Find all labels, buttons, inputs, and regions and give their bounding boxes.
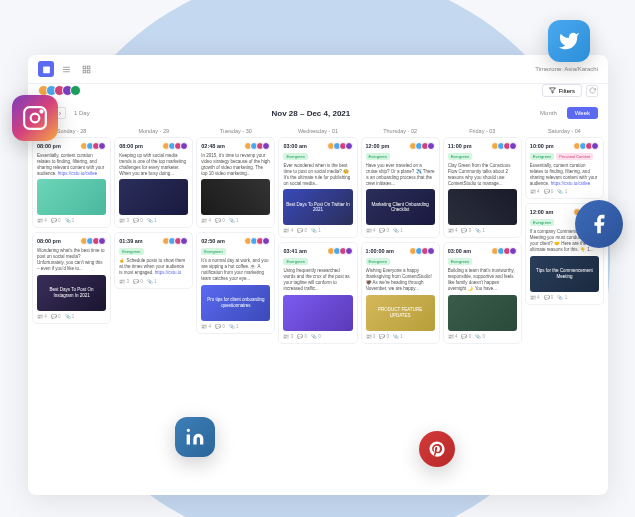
card-image: Marketing Client Onboarding Checklist (366, 189, 435, 225)
day-header: Monday - 29 (114, 125, 193, 137)
post-card[interactable]: 08:00 pmWondering what's the best time t… (32, 232, 111, 323)
day-header: Wednesday - 01 (278, 125, 357, 137)
card-text: Using frequently researched words and th… (283, 268, 352, 291)
card-avatars (327, 247, 353, 255)
footer-stat: 💬 0 (544, 189, 554, 194)
card-image: PRODUCT FEATURE UPDATES (366, 295, 435, 331)
card-time: 03:00 am (283, 143, 307, 149)
card-time: 01:39 am (119, 238, 143, 244)
footer-stat: 💬 0 (544, 295, 554, 300)
post-card[interactable]: 08:00 pmKeeping up with social media tre… (114, 137, 193, 228)
month-toggle[interactable]: Month (532, 107, 565, 119)
avatar[interactable] (70, 85, 81, 96)
card-time: 12:00 pm (366, 143, 390, 149)
card-text: Essentially, content curation relates to… (37, 153, 106, 176)
card-footer: 📰 4💬 0📎 1 (37, 314, 106, 319)
list-view-button[interactable] (58, 61, 74, 77)
footer-stat: 📎 1 (393, 228, 403, 233)
view-switcher (38, 61, 94, 77)
post-card[interactable]: 03:00 amEvergreenEver wondered when is t… (278, 137, 357, 238)
footer-stat: 💬 0 (461, 334, 471, 339)
footer-stat: 📎 1 (311, 228, 321, 233)
day-header: Saturday - 04 (525, 125, 604, 137)
card-image (37, 179, 106, 215)
footer-stat: 💬 0 (215, 218, 225, 223)
footer-stat: 📰 4 (37, 314, 47, 319)
range-filter[interactable]: 1 Day (74, 110, 90, 116)
card-avatars (491, 247, 517, 255)
card-avatars (573, 142, 599, 150)
card-avatars (80, 237, 106, 245)
footer-stat: 📎 1 (229, 218, 239, 223)
card-link[interactable]: https://cstu.io (155, 270, 182, 275)
card-text: Clay Green from the Conscious Flow Commu… (448, 163, 517, 186)
card-link[interactable]: https://cstu.io/cstlee (58, 171, 98, 176)
card-image: Best Days To Post On Twitter In 2021 (283, 189, 352, 225)
footer-stat: 📰 3 (366, 334, 376, 339)
card-time: 08:00 pm (37, 238, 61, 244)
card-image: Tips for the Commencement Meeting (530, 256, 599, 292)
refresh-button[interactable] (586, 85, 598, 97)
post-card[interactable]: 02:48 amIn 2015, it's time to revamp you… (196, 137, 275, 228)
card-text: Keeping up with social media trends is o… (119, 153, 188, 176)
post-card[interactable]: 03:41 amEvergreenUsing frequently resear… (278, 242, 357, 343)
footer-stat: 📎 1 (65, 314, 75, 319)
post-card[interactable]: 1:00:00 amEvergreenWishing Everyone a ha… (361, 242, 440, 343)
post-card[interactable]: 03:00 amEvergreenBuilding a team that's … (443, 242, 522, 343)
card-text: It's a normal day at work, and you are s… (201, 258, 270, 281)
week-toggle[interactable]: Week (567, 107, 598, 119)
calendar-view-button[interactable] (38, 61, 54, 77)
svg-rect-6 (83, 70, 86, 73)
post-card[interactable]: 11:00 pmEvergreenClay Green from the Con… (443, 137, 522, 238)
card-avatars (409, 142, 435, 150)
svg-marker-8 (549, 88, 555, 93)
filter-icon (549, 87, 556, 94)
tag: Evergreen (201, 248, 225, 255)
footer-stat: 📰 3 (119, 218, 129, 223)
card-link[interactable]: https://cstu.io/cstlee (551, 181, 591, 186)
post-card[interactable]: 12:00 pmEvergreenHave you ever traveled … (361, 137, 440, 238)
footer-stat: 📰 4 (201, 324, 211, 329)
card-image (448, 189, 517, 225)
post-card[interactable]: 10:00 pmEvergreenPersonal ContentEssenti… (525, 137, 604, 199)
card-text: In 2015, it's time to revamp your video … (201, 153, 270, 176)
footer-stat: 📰 4 (37, 218, 47, 223)
card-footer: 📰 3💬 0📎 1 (119, 279, 188, 284)
calendar-header: ‹ › 1 Day Nov 28 – Dec 4, 2021 Month Wee… (28, 101, 608, 125)
footer-stat: 📰 4 (530, 189, 540, 194)
footer-stat: 💬 0 (51, 218, 61, 223)
card-footer: 📰 4💬 0📎 1 (530, 295, 599, 300)
card-time: 03:00 am (448, 248, 472, 254)
card-footer: 📰 4💬 0📎 1 (448, 228, 517, 233)
day-column: Sunday - 2808:00 pmEssentially, content … (32, 125, 111, 495)
filters-button[interactable]: Filters (542, 84, 582, 97)
tag: Evergreen (448, 258, 472, 265)
card-avatars (244, 237, 270, 245)
footer-stat: 📰 4 (530, 295, 540, 300)
day-column: Saturday - 0410:00 pmEvergreenPersonal C… (525, 125, 604, 495)
card-time: 1:00:00 am (366, 248, 394, 254)
date-range-title: Nov 28 – Dec 4, 2021 (272, 109, 351, 118)
footer-stat: 📎 1 (147, 279, 157, 284)
day-header: Thursday - 02 (361, 125, 440, 137)
card-footer: 📰 4💬 0📎 1 (530, 189, 599, 194)
card-avatars (80, 142, 106, 150)
card-time: 02:50 am (201, 238, 225, 244)
svg-rect-0 (43, 66, 50, 73)
card-time: 02:48 am (201, 143, 225, 149)
footer-stat: 📰 4 (448, 228, 458, 233)
svg-rect-7 (87, 70, 90, 73)
grid-view-button[interactable] (78, 61, 94, 77)
card-text: Essentially, content curation relates to… (530, 163, 599, 186)
footer-stat: 📰 4 (283, 228, 293, 233)
post-card[interactable]: 02:50 amEvergreenIt's a normal day at wo… (196, 232, 275, 333)
instagram-icon (12, 95, 58, 141)
card-avatars (491, 142, 517, 150)
post-card[interactable]: 08:00 pmEssentially, content curation re… (32, 137, 111, 228)
timezone-label: Timezone: Asia/Karachi (535, 66, 598, 72)
card-image (283, 295, 352, 331)
footer-stat: 📎 1 (229, 324, 239, 329)
post-card[interactable]: 01:39 amEvergreen☝️ Schedule posts to sh… (114, 232, 193, 289)
card-time: 10:00 pm (530, 143, 554, 149)
card-time: 08:00 pm (37, 143, 61, 149)
